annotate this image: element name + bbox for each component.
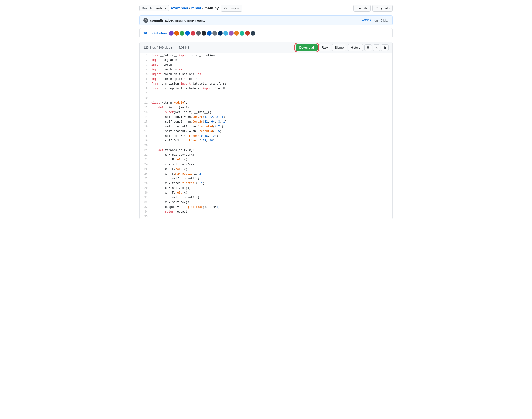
top-bar-left: Branch: master ▾ examples / mnist / main…	[139, 5, 242, 12]
jump-to-button[interactable]: <> Jump to	[221, 5, 242, 12]
line-number[interactable]: 32	[140, 200, 151, 205]
line-number[interactable]: 6	[140, 77, 151, 81]
contributor-avatar-16	[251, 31, 255, 36]
contributor-avatar-3	[180, 31, 185, 36]
commit-hash[interactable]: dce9319	[359, 19, 372, 22]
line-code: return output	[151, 210, 392, 214]
line-number[interactable]: 4	[140, 67, 151, 72]
line-code: import torch.nn as nn	[151, 67, 392, 72]
contributor-avatar-1	[169, 31, 173, 36]
line-number[interactable]: 3	[140, 63, 151, 67]
table-row: 11class Net(nn.Module):	[140, 101, 392, 105]
meta-divider: |	[175, 46, 175, 49]
line-number[interactable]: 8	[140, 86, 151, 91]
contributors-label[interactable]: contributors	[149, 31, 167, 35]
line-code: from torchvision import datasets, transf…	[151, 81, 392, 86]
line-number[interactable]: 27	[140, 176, 151, 181]
line-number[interactable]: 20	[140, 143, 151, 148]
line-number[interactable]: 1	[140, 53, 151, 58]
download-button[interactable]: Download	[296, 44, 318, 51]
contributor-avatar-9	[213, 31, 217, 36]
line-code: x = self.conv1(x)	[151, 153, 392, 157]
line-code	[151, 96, 392, 101]
line-number[interactable]: 23	[140, 157, 151, 162]
table-row: 6import torch.optim as optim	[140, 77, 392, 81]
commit-bar-left: S soumith added missing non-linearity	[144, 18, 205, 23]
breadcrumb-repo[interactable]: examples	[171, 6, 188, 11]
history-button[interactable]: History	[348, 44, 363, 51]
line-code: self.fc1 = nn.Linear(9216, 128)	[151, 134, 392, 138]
table-row: 33 output = F.log_softmax(x, dim=1)	[140, 205, 392, 210]
line-number[interactable]: 15	[140, 119, 151, 124]
table-row: 2import argparse	[140, 58, 392, 63]
line-number[interactable]: 25	[140, 167, 151, 171]
contributor-avatar-6	[196, 31, 201, 36]
line-number[interactable]: 30	[140, 191, 151, 195]
line-number[interactable]: 7	[140, 81, 151, 86]
contributor-avatar-2	[174, 31, 179, 36]
contributor-avatar-11	[223, 31, 228, 36]
line-number[interactable]: 10	[140, 96, 151, 101]
contributor-avatar-12	[229, 31, 234, 36]
breadcrumb-folder[interactable]: mnist	[191, 6, 201, 11]
branch-selector[interactable]: Branch: master ▾	[139, 5, 169, 11]
contributors-count[interactable]: 16	[144, 31, 147, 35]
table-row: 28 x = torch.flatten(x, 1)	[140, 181, 392, 186]
line-code: x = self.dropout2(x)	[151, 195, 392, 200]
top-bar: Branch: master ▾ examples / mnist / main…	[139, 5, 393, 12]
line-number[interactable]: 14	[140, 115, 151, 119]
blame-button[interactable]: Blame	[332, 44, 347, 51]
line-code: from __future__ import print_function	[151, 53, 392, 58]
monitor-button[interactable]: 🖥	[364, 44, 372, 51]
contributor-avatar-14	[240, 31, 244, 36]
line-number[interactable]: 21	[140, 148, 151, 153]
line-number[interactable]: 22	[140, 153, 151, 157]
table-row: 10	[140, 96, 392, 101]
line-number[interactable]: 24	[140, 162, 151, 167]
copy-path-button[interactable]: Copy path	[372, 5, 393, 12]
line-code: output = F.log_softmax(x, dim=1)	[151, 205, 392, 210]
line-number[interactable]: 18	[140, 134, 151, 138]
table-row: 15 self.conv2 = nn.Conv2d(32, 64, 3, 1)	[140, 119, 392, 124]
line-number[interactable]: 29	[140, 186, 151, 191]
delete-button[interactable]: 🗑	[381, 44, 388, 51]
line-number[interactable]: 35	[140, 214, 151, 219]
line-number[interactable]: 9	[140, 91, 151, 96]
line-code: x = F.relu(x)	[151, 191, 392, 195]
branch-name: master	[154, 6, 164, 10]
line-code: x = self.dropout1(x)	[151, 176, 392, 181]
table-row: 4import torch.nn as nn	[140, 67, 392, 72]
line-code: import torch	[151, 63, 392, 67]
line-number[interactable]: 11	[140, 101, 151, 105]
line-number[interactable]: 19	[140, 138, 151, 143]
table-row: 26 x = F.max_pool2d(x, 2)	[140, 171, 392, 176]
line-number[interactable]: 5	[140, 72, 151, 77]
line-number[interactable]: 33	[140, 205, 151, 210]
find-file-button[interactable]: Find file	[354, 5, 371, 12]
file-meta: 129 lines ( 109 sloc ) | 5.03 KB	[144, 46, 189, 49]
line-number[interactable]: 16	[140, 124, 151, 129]
line-number[interactable]: 12	[140, 105, 151, 110]
file-header: 129 lines ( 109 sloc ) | 5.03 KB Downloa…	[139, 42, 393, 53]
line-number[interactable]: 34	[140, 210, 151, 214]
line-number[interactable]: 13	[140, 110, 151, 115]
line-number[interactable]: 28	[140, 181, 151, 186]
line-number[interactable]: 31	[140, 195, 151, 200]
line-code: self.dropout1 = nn.Dropout2d(0.25)	[151, 124, 392, 129]
line-number[interactable]: 2	[140, 58, 151, 63]
commit-date: 5 Mar	[381, 19, 388, 22]
table-row: 35	[140, 214, 392, 219]
commit-author[interactable]: soumith	[150, 18, 163, 22]
line-code: x = self.fc1(x)	[151, 186, 392, 191]
table-row: 30 x = F.relu(x)	[140, 191, 392, 195]
contributor-avatar-4	[185, 31, 190, 36]
table-row: 5import torch.nn.functional as F	[140, 72, 392, 77]
line-code: super(Net, self).__init__()	[151, 110, 392, 115]
line-code	[151, 143, 392, 148]
table-row: 31 x = self.dropout2(x)	[140, 195, 392, 200]
edit-button[interactable]: ✎	[373, 44, 380, 51]
line-number[interactable]: 26	[140, 171, 151, 176]
raw-button[interactable]: Raw	[319, 44, 331, 51]
line-number[interactable]: 17	[140, 129, 151, 134]
table-row: 24 x = self.conv2(x)	[140, 162, 392, 167]
